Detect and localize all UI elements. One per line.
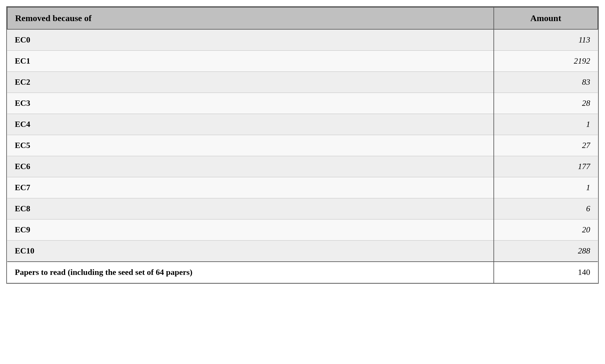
removal-table: Removed because of Amount EC0113EC12192E…	[7, 7, 598, 283]
row-reason-cell: EC0	[7, 29, 494, 51]
column-header-amount: Amount	[494, 7, 598, 29]
row-amount-cell: 288	[494, 241, 598, 262]
row-amount-cell: 113	[494, 29, 598, 51]
summary-amount-cell: 140	[494, 262, 598, 283]
table-row: EC527	[7, 135, 598, 156]
row-reason-cell: EC9	[7, 219, 494, 241]
table-header-row: Removed because of Amount	[7, 7, 598, 29]
row-reason-cell: EC5	[7, 135, 494, 156]
summary-row: Papers to read (including the seed set o…	[7, 262, 598, 283]
row-amount-cell: 20	[494, 219, 598, 241]
row-reason-cell: EC3	[7, 93, 494, 114]
row-amount-cell: 1	[494, 177, 598, 198]
column-header-reason: Removed because of	[7, 7, 494, 29]
main-table-container: Removed because of Amount EC0113EC12192E…	[6, 6, 599, 284]
row-reason-cell: EC10	[7, 241, 494, 262]
row-reason-cell: EC2	[7, 72, 494, 93]
summary-reason-cell: Papers to read (including the seed set o…	[7, 262, 494, 283]
table-row: EC71	[7, 177, 598, 198]
row-amount-cell: 83	[494, 72, 598, 93]
row-amount-cell: 6	[494, 198, 598, 219]
table-row: EC86	[7, 198, 598, 219]
table-row: EC41	[7, 114, 598, 135]
row-amount-cell: 28	[494, 93, 598, 114]
table-row: EC283	[7, 72, 598, 93]
row-amount-cell: 1	[494, 114, 598, 135]
table-row: EC6177	[7, 156, 598, 177]
table-row: EC10288	[7, 241, 598, 262]
row-amount-cell: 2192	[494, 51, 598, 72]
table-body: EC0113EC12192EC283EC328EC41EC527EC6177EC…	[7, 29, 598, 283]
row-reason-cell: EC7	[7, 177, 494, 198]
table-row: EC920	[7, 219, 598, 241]
row-amount-cell: 27	[494, 135, 598, 156]
row-reason-cell: EC1	[7, 51, 494, 72]
row-amount-cell: 177	[494, 156, 598, 177]
table-row: EC0113	[7, 29, 598, 51]
row-reason-cell: EC8	[7, 198, 494, 219]
table-row: EC328	[7, 93, 598, 114]
row-reason-cell: EC4	[7, 114, 494, 135]
row-reason-cell: EC6	[7, 156, 494, 177]
table-row: EC12192	[7, 51, 598, 72]
